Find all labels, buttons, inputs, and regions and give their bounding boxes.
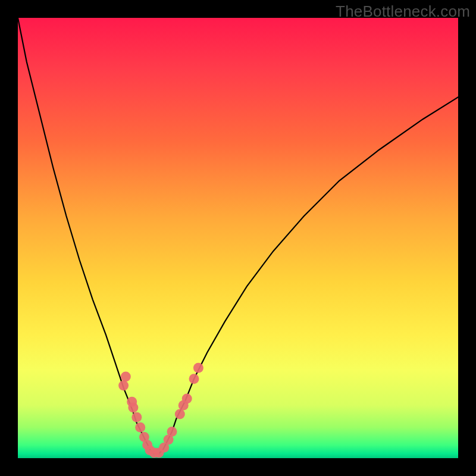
data-marker [189, 374, 199, 384]
bottleneck-curve [18, 18, 458, 454]
data-marker [193, 363, 203, 373]
data-marker [167, 427, 177, 437]
data-marker [175, 409, 185, 419]
data-marker [182, 394, 192, 404]
data-marker [118, 380, 129, 390]
curve-svg [18, 18, 458, 458]
data-marker [121, 372, 131, 382]
data-marker [128, 402, 138, 412]
data-marker [135, 422, 145, 433]
plot-area [18, 18, 458, 458]
data-marker [131, 412, 142, 422]
marker-group [118, 363, 203, 458]
chart-frame: TheBottleneck.com [0, 0, 476, 476]
